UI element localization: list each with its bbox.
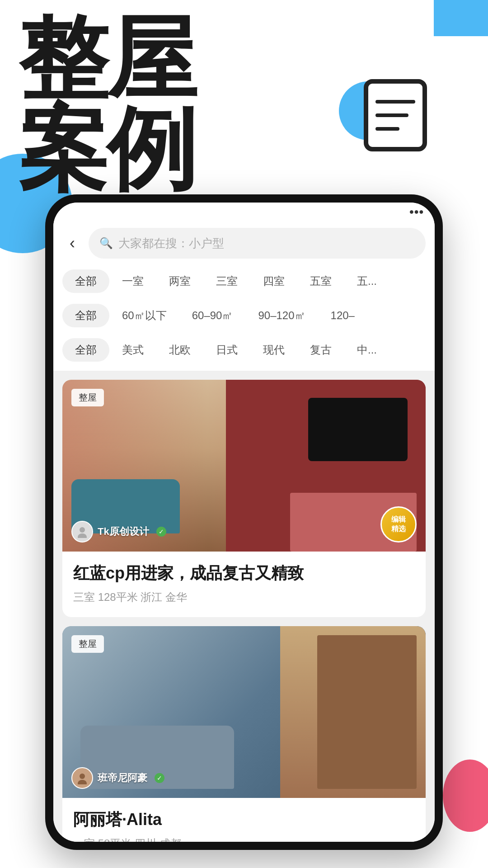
filter-1room[interactable]: 一室 <box>109 269 156 293</box>
filter-area-60[interactable]: 60㎡以下 <box>109 304 179 327</box>
designer-name-2: 班帝尼阿豪 <box>98 771 147 785</box>
filter-more-rooms[interactable]: 五... <box>344 269 389 293</box>
card-image-1: 整屋 Tk原创设计 ✓ 编辑 <box>62 380 426 552</box>
filter-nordic[interactable]: 北欧 <box>156 338 203 362</box>
filter-all-area[interactable]: 全部 <box>62 304 109 327</box>
filter-2room[interactable]: 两室 <box>156 269 203 293</box>
badge-整屋-1: 整屋 <box>71 389 104 406</box>
filter-modern[interactable]: 现代 <box>250 338 297 362</box>
phone-mockup: ●●● ‹ 🔍 大家都在搜：小户型 全部 一室 两室 三室 <box>45 194 443 850</box>
svg-point-5 <box>78 533 87 538</box>
filter-area-120[interactable]: 120– <box>318 305 367 326</box>
search-placeholder: 大家都在搜：小户型 <box>118 236 224 251</box>
card-image-2: 整屋 班帝尼阿豪 ✓ <box>62 626 426 798</box>
badge-整屋-2: 整屋 <box>71 635 104 653</box>
phone-frame: ●●● ‹ 🔍 大家都在搜：小户型 全部 一室 两室 三室 <box>45 194 443 850</box>
designer-info-2: 班帝尼阿豪 ✓ <box>71 767 164 789</box>
filter-all-rooms[interactable]: 全部 <box>62 269 109 293</box>
designer-avatar-1 <box>71 521 93 542</box>
search-icon: 🔍 <box>99 237 113 250</box>
filter-area-90-120[interactable]: 90–120㎡ <box>245 304 318 327</box>
svg-point-7 <box>78 780 87 784</box>
filter-row-style: 全部 美式 北欧 日式 现代 复古 中... <box>62 333 426 367</box>
card-title-1: 红蓝cp用进家，成品复古又精致 <box>73 562 415 585</box>
room-tv <box>308 398 408 461</box>
designer-name-1: Tk原创设计 <box>98 525 149 538</box>
filter-retro[interactable]: 复古 <box>297 338 344 362</box>
filter-section: 全部 一室 两室 三室 四室 五室 五... 全部 60㎡以下 60–90㎡ 9… <box>53 264 435 371</box>
room-2-shelf <box>317 635 417 789</box>
bg-deco-top-right <box>434 0 488 36</box>
filter-3room[interactable]: 三室 <box>203 269 250 293</box>
editor-badge-1: 编辑 精选 <box>380 506 417 542</box>
case-card-2[interactable]: 整屋 班帝尼阿豪 ✓ <box>62 626 426 842</box>
filter-row-area: 全部 60㎡以下 60–90㎡ 90–120㎡ 120– <box>62 298 426 333</box>
svg-point-6 <box>80 774 85 779</box>
card-meta-1: 三室 128平米 浙江 金华 <box>73 590 415 604</box>
filter-all-style[interactable]: 全部 <box>62 338 109 362</box>
designer-avatar-2 <box>71 767 93 789</box>
hero-title: 整屋 案例 <box>18 14 195 194</box>
card-meta-2: 一室 58平米 四川 成都 <box>73 836 415 842</box>
status-bar: ●●● <box>53 203 435 221</box>
card-info-1: 红蓝cp用进家，成品复古又精致 三室 128平米 浙江 金华 <box>62 552 426 617</box>
filter-chinese[interactable]: 中... <box>344 338 389 362</box>
filter-row-rooms: 全部 一室 两室 三室 四室 五室 五... <box>62 264 426 298</box>
svg-point-4 <box>80 527 85 533</box>
filter-area-60-90[interactable]: 60–90㎡ <box>179 304 246 327</box>
filter-4room[interactable]: 四室 <box>250 269 297 293</box>
verified-icon-1: ✓ <box>156 527 166 537</box>
search-bar[interactable]: 🔍 大家都在搜：小户型 <box>89 228 426 259</box>
case-card-1[interactable]: 整屋 Tk原创设计 ✓ 编辑 <box>62 380 426 617</box>
filter-5room[interactable]: 五室 <box>297 269 344 293</box>
verified-icon-2: ✓ <box>155 773 164 783</box>
content-area: 整屋 Tk原创设计 ✓ 编辑 <box>53 371 435 842</box>
search-area: ‹ 🔍 大家都在搜：小户型 <box>53 221 435 264</box>
back-button[interactable]: ‹ <box>62 233 82 253</box>
card-info-2: 阿丽塔·Alita 一室 58平米 四川 成都 <box>62 798 426 842</box>
card-title-2: 阿丽塔·Alita <box>73 809 415 831</box>
doc-icon <box>361 77 434 154</box>
filter-american[interactable]: 美式 <box>109 338 156 362</box>
phone-screen: ●●● ‹ 🔍 大家都在搜：小户型 全部 一室 两室 三室 <box>53 203 435 842</box>
designer-info-1: Tk原创设计 ✓ <box>71 521 166 542</box>
filter-japanese[interactable]: 日式 <box>203 338 250 362</box>
bg-deco-pink-right <box>443 760 488 832</box>
